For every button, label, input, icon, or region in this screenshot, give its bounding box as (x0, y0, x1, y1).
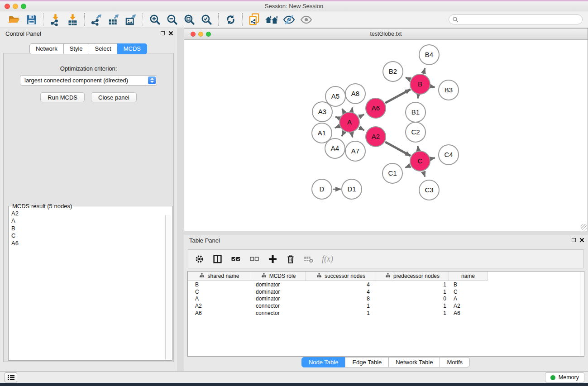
save-icon[interactable] (23, 12, 40, 27)
zoom-selected-icon[interactable] (198, 12, 215, 27)
table-row[interactable]: A6connector11A6 (188, 310, 584, 317)
graph-edge-A-A2[interactable] (359, 128, 364, 130)
column-header-shared-name[interactable]: shared name (188, 272, 251, 281)
table-cell[interactable]: 4 (306, 289, 376, 295)
float-panel-icon[interactable] (161, 31, 165, 35)
open-folder-icon[interactable] (5, 12, 23, 27)
graph-edge-B-B1[interactable] (418, 95, 418, 99)
table-cell[interactable]: 1 (306, 303, 376, 309)
table-cell[interactable]: dominator (251, 281, 306, 288)
refresh-icon[interactable] (222, 12, 239, 27)
tab-node-table[interactable]: Node Table (301, 357, 346, 367)
show-panels-list-icon[interactable] (5, 372, 17, 382)
graph-edge-A-A4[interactable] (342, 132, 344, 136)
close-traffic-light[interactable] (5, 4, 10, 9)
tab-network[interactable]: Network (29, 43, 64, 54)
tab-select[interactable]: Select (89, 43, 118, 54)
export-network-icon[interactable] (88, 12, 105, 27)
table-cell[interactable]: B (188, 281, 251, 288)
result-scrollbar[interactable] (165, 215, 171, 359)
graph-edge-B-B4[interactable] (423, 68, 425, 74)
float-table-panel-icon[interactable] (572, 238, 576, 242)
graph-edge-A-A6[interactable] (359, 114, 364, 117)
tab-mcds[interactable]: MCDS (117, 43, 147, 54)
table-cell[interactable]: 4 (306, 281, 376, 288)
network-minimize-traffic-light[interactable] (198, 32, 203, 37)
table-cell[interactable]: A2 (188, 303, 251, 309)
table-row[interactable]: Cdominator41C (188, 288, 584, 295)
table-cell[interactable]: dominator (251, 289, 306, 295)
first-neighbors-homes-icon[interactable] (263, 12, 280, 27)
column-header-predecessor-nodes[interactable]: predecessor nodes (376, 272, 449, 281)
table-cell[interactable]: A6 (188, 310, 251, 316)
network-canvas[interactable]: B4B2BB3A8A5A6A3B1AA1C2A2A4A7C4CC1C3DD1 (184, 40, 588, 231)
table-cell[interactable]: A (449, 295, 488, 302)
table-cell[interactable]: B (449, 281, 488, 288)
import-table-icon[interactable] (64, 12, 81, 27)
tab-motifs[interactable]: Motifs (440, 357, 470, 367)
graph-edge-A2-C[interactable] (385, 142, 411, 156)
table-cell[interactable]: dominator (251, 295, 306, 302)
result-item[interactable]: B (10, 225, 172, 232)
close-panel-icon[interactable] (168, 31, 173, 36)
result-item[interactable]: A (10, 217, 172, 224)
hide-selected-eye-icon[interactable] (280, 12, 297, 27)
window-resize-grip[interactable] (581, 224, 587, 230)
table-cell[interactable]: 1 (376, 289, 449, 295)
table-row[interactable]: Bdominator41B (188, 281, 584, 288)
table-cell[interactable]: C (449, 289, 488, 295)
graph-edge-A-A3[interactable] (335, 117, 339, 118)
minimize-traffic-light[interactable] (13, 4, 18, 9)
export-image-icon[interactable] (122, 12, 139, 27)
select-all-icon[interactable] (231, 254, 241, 263)
zoom-fit-icon[interactable] (181, 12, 198, 27)
tab-edge-table[interactable]: Edge Table (345, 357, 389, 367)
table-cell[interactable]: A (188, 295, 251, 302)
graph-edge-B-B2[interactable] (406, 77, 410, 80)
table-cell[interactable]: 0 (376, 295, 449, 302)
column-header-MCDS-role[interactable]: MCDS role (251, 272, 306, 281)
tab-style[interactable]: Style (63, 43, 89, 54)
table-cell[interactable]: 1 (376, 310, 449, 316)
close-panel-button[interactable]: Close panel (91, 92, 137, 102)
add-column-plus-icon[interactable] (268, 254, 277, 264)
show-column-icon[interactable] (213, 254, 222, 264)
show-all-eye-icon[interactable] (297, 12, 315, 27)
graph-edge-A6-B[interactable] (385, 89, 411, 103)
table-row[interactable]: Adominator80A (188, 295, 584, 303)
import-network-icon[interactable] (47, 12, 64, 27)
graph-edge-B-B3[interactable] (431, 86, 435, 87)
export-table-icon[interactable] (105, 12, 122, 27)
criterion-select[interactable]: largest connected component (directed) (20, 75, 157, 86)
table-cell[interactable]: C (188, 289, 251, 295)
network-canvas-container[interactable]: B4B2BB3A8A5A6A3B1AA1C2A2A4A7C4CC1C3DD1 (184, 40, 588, 231)
table-settings-gear-icon[interactable] (195, 254, 204, 264)
table-cell[interactable]: 1 (376, 303, 449, 309)
graph-edge-C-C1[interactable] (405, 166, 410, 168)
table-row[interactable]: A2connector11A2 (188, 302, 584, 310)
new-network-from-selection-icon[interactable] (246, 12, 263, 27)
graph-edge-A-A1[interactable] (335, 126, 339, 128)
run-mcds-button[interactable]: Run MCDS (40, 92, 85, 102)
tab-network-table[interactable]: Network Table (388, 357, 440, 367)
unselect-all-icon[interactable] (249, 254, 259, 263)
delete-trash-icon[interactable] (286, 254, 295, 264)
zoom-in-icon[interactable] (146, 12, 163, 27)
result-item[interactable]: A2 (10, 210, 172, 217)
close-table-panel-icon[interactable] (579, 238, 584, 243)
zoom-traffic-light[interactable] (21, 4, 26, 9)
table-cell[interactable]: A2 (449, 303, 488, 309)
column-header-successor-nodes[interactable]: successor nodes (306, 272, 376, 281)
graph-edge-A-A8[interactable] (352, 107, 353, 111)
graph-edge-C-C2[interactable] (418, 146, 419, 151)
graph-edge-A-A5[interactable] (342, 109, 344, 113)
network-close-traffic-light[interactable] (191, 32, 196, 37)
result-item[interactable]: A6 (10, 240, 172, 247)
table-cell[interactable]: 1 (306, 310, 376, 316)
zoom-out-icon[interactable] (163, 12, 181, 27)
table-cell[interactable]: connector (251, 310, 306, 316)
graph-edge-C-C3[interactable] (423, 172, 425, 177)
result-item[interactable]: C (10, 232, 172, 239)
network-zoom-traffic-light[interactable] (206, 32, 211, 37)
table-cell[interactable]: A6 (449, 310, 488, 316)
